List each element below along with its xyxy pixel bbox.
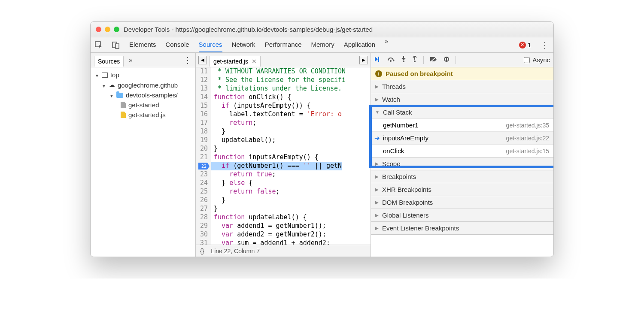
line-number[interactable]: 13 [196, 85, 211, 93]
step-out-icon[interactable] [412, 56, 417, 64]
line-number[interactable]: 23 [196, 170, 211, 179]
code-line[interactable]: 26 } [196, 196, 371, 205]
section-event-listener-breakpoints[interactable]: Event Listener Breakpoints [371, 222, 553, 234]
tree-domain[interactable]: ☁googlechrome.github [92, 80, 194, 90]
code-line[interactable]: 21function inputsAreEmpty() { [196, 153, 371, 162]
line-number[interactable]: 25 [196, 188, 211, 196]
code-line[interactable]: 15 if (inputsAreEmpty()) { [196, 102, 371, 110]
line-number[interactable]: 20 [196, 145, 211, 153]
svg-rect-2 [115, 44, 119, 48]
section-breakpoints[interactable]: Breakpoints [371, 170, 553, 183]
code-line[interactable]: 27} [196, 205, 371, 213]
line-number[interactable]: 16 [196, 110, 211, 119]
toggle-navigator-icon[interactable]: ◀ [198, 56, 207, 64]
navigator-tab-sources[interactable]: Sources [94, 56, 124, 67]
section-watch[interactable]: Watch [371, 93, 553, 106]
tab-performance[interactable]: Performance [265, 37, 302, 52]
tab-memory[interactable]: Memory [311, 37, 334, 52]
section-xhr-breakpoints[interactable]: XHR Breakpoints [371, 183, 553, 196]
svg-rect-3 [378, 57, 379, 62]
deactivate-breakpoints-icon[interactable] [430, 56, 437, 64]
tree-folder[interactable]: devtools-samples/ [92, 90, 194, 100]
line-number[interactable]: 29 [196, 222, 211, 230]
navigator-more-icon[interactable]: » [129, 56, 132, 64]
resume-icon[interactable] [374, 56, 381, 64]
code-line[interactable]: 28function updateLabel() { [196, 213, 371, 222]
toggle-debugger-icon[interactable]: ▶ [359, 56, 368, 64]
section-scope[interactable]: Scope [371, 157, 553, 170]
line-number[interactable]: 15 [196, 102, 211, 110]
line-number[interactable]: 27 [196, 205, 211, 213]
tab-application[interactable]: Application [344, 37, 375, 52]
svg-point-4 [390, 60, 392, 62]
code-line[interactable]: 13 * limitations under the License. [196, 85, 371, 93]
close-tab-icon[interactable]: ✕ [252, 58, 257, 65]
pause-banner: i Paused on breakpoint [371, 67, 553, 80]
step-over-icon[interactable] [387, 56, 395, 64]
code-line[interactable]: 23 return true; [196, 170, 371, 179]
code-line[interactable]: 11 * WITHOUT WARRANTIES OR CONDITION [196, 67, 371, 76]
zoom-window-button[interactable] [114, 27, 119, 32]
section-dom-breakpoints[interactable]: DOM Breakpoints [371, 196, 553, 209]
svg-point-8 [444, 57, 449, 62]
code-line[interactable]: 12 * See the License for the specifi [196, 76, 371, 85]
code-line[interactable]: 14function onClick() { [196, 93, 371, 102]
inspect-element-icon[interactable] [95, 41, 103, 49]
code-line[interactable]: 17 return; [196, 119, 371, 127]
pretty-print-icon[interactable]: {} [200, 248, 204, 254]
tab-sources[interactable]: Sources [199, 37, 222, 52]
code-line[interactable]: 31 var sum = addend1 + addend2; [196, 239, 371, 245]
code-line[interactable]: 25 return false; [196, 188, 371, 196]
tree-file-js[interactable]: get-started.js [92, 110, 194, 120]
line-number[interactable]: 11 [196, 67, 211, 76]
section-threads[interactable]: Threads [371, 80, 553, 93]
navigator-menu-icon[interactable]: ⋮ [183, 55, 192, 65]
code-line[interactable]: 30 var addend2 = getNumber2(); [196, 230, 371, 239]
code-area[interactable]: 11 * WITHOUT WARRANTIES OR CONDITION12 *… [196, 67, 371, 245]
code-line[interactable]: 22 if (getNumber1() === '' || getN [196, 162, 371, 170]
error-counter[interactable]: ✕ 1 [519, 41, 531, 48]
section-call-stack[interactable]: Call Stack [371, 106, 553, 118]
tree-file-html[interactable]: get-started [92, 100, 194, 110]
close-window-button[interactable] [96, 27, 101, 32]
tab-elements[interactable]: Elements [129, 37, 156, 52]
async-checkbox[interactable]: Async [524, 56, 550, 64]
line-number[interactable]: 14 [196, 93, 211, 102]
code-line[interactable]: 29 var addend1 = getNumber1(); [196, 222, 371, 230]
debugger-pane: Async i Paused on breakpoint Threads Wat… [371, 53, 553, 257]
code-text: * limitations under the License. [211, 85, 342, 93]
code-line[interactable]: 19 updateLabel(); [196, 136, 371, 145]
code-text: } [211, 145, 218, 153]
line-number[interactable]: 30 [196, 230, 211, 239]
more-tabs-icon[interactable]: » [385, 37, 388, 52]
minimize-window-button[interactable] [105, 27, 110, 32]
line-number[interactable]: 19 [196, 136, 211, 145]
line-number[interactable]: 31 [196, 239, 211, 245]
device-toggle-icon[interactable] [112, 41, 120, 49]
code-line[interactable]: 18 } [196, 127, 371, 136]
line-number[interactable]: 28 [196, 213, 211, 222]
editor-status-bar: {} Line 22, Column 7 [196, 245, 371, 257]
line-number[interactable]: 17 [196, 119, 211, 127]
call-stack-frame[interactable]: getNumber1get-started.js:35 [371, 118, 553, 131]
line-number[interactable]: 12 [196, 76, 211, 85]
tree-top-frame[interactable]: top [92, 70, 194, 80]
line-number[interactable]: 24 [196, 179, 211, 188]
line-number[interactable]: 26 [196, 196, 211, 205]
tab-console[interactable]: Console [166, 37, 189, 52]
code-text: function updateLabel() { [211, 213, 307, 222]
code-line[interactable]: 20} [196, 145, 371, 153]
call-stack-frame[interactable]: ➔inputsAreEmptyget-started.js:22 [371, 131, 553, 144]
pause-exceptions-icon[interactable] [444, 56, 450, 64]
code-line[interactable]: 24 } else { [196, 179, 371, 188]
editor-file-tab[interactable]: get-started.js ✕ [210, 56, 261, 67]
tab-network[interactable]: Network [232, 37, 255, 52]
step-into-icon[interactable] [401, 56, 406, 64]
call-stack-frame[interactable]: onClickget-started.js:15 [371, 144, 553, 157]
code-text: return true; [211, 170, 276, 179]
settings-menu-icon[interactable]: ⋮ [541, 40, 549, 50]
section-global-listeners[interactable]: Global Listeners [371, 209, 553, 221]
line-number[interactable]: 21 [196, 153, 211, 162]
line-number[interactable]: 18 [196, 127, 211, 136]
code-line[interactable]: 16 label.textContent = 'Error: o [196, 110, 371, 119]
